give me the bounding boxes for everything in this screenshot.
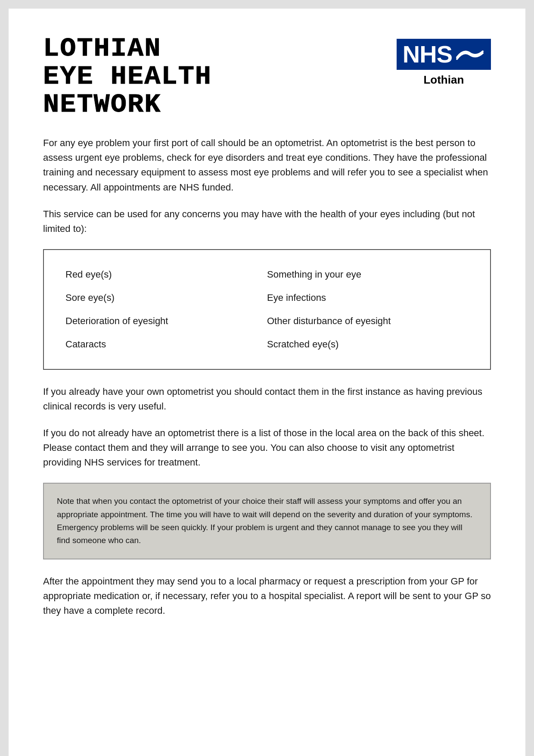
- org-title-line1: LOTHIAN: [43, 34, 212, 62]
- condition-item-eye-infections: Eye infections: [267, 286, 469, 309]
- condition-item-red-eye: Red eye(s): [65, 263, 267, 286]
- note-box: Note that when you contact the optometri…: [43, 483, 491, 559]
- condition-item-cataracts: Cataracts: [65, 333, 267, 356]
- condition-item-deterioration: Deterioration of eyesight: [65, 309, 267, 333]
- condition-item-something-in-eye: Something in your eye: [267, 263, 469, 286]
- lothian-label: Lothian: [423, 73, 464, 87]
- org-title-line3: NETWORK: [43, 91, 212, 119]
- nhs-logo: NHS Lothian: [397, 39, 491, 87]
- header: LOTHIAN EYE HEALTH NETWORK NHS Lothian: [43, 34, 491, 119]
- paragraph-after-appointment: After the appointment they may send you …: [43, 574, 491, 618]
- nhs-swoosh-icon: [455, 48, 485, 61]
- org-title: LOTHIAN EYE HEALTH NETWORK: [43, 34, 212, 119]
- paragraph-own-optometrist: If you already have your own optometrist…: [43, 384, 491, 414]
- condition-item-sore-eye: Sore eye(s): [65, 286, 267, 309]
- conditions-grid: Red eye(s) Something in your eye Sore ey…: [65, 263, 469, 356]
- conditions-box: Red eye(s) Something in your eye Sore ey…: [43, 249, 491, 370]
- intro-paragraph-1: For any eye problem your first port of c…: [43, 136, 491, 194]
- note-text: Note that when you contact the optometri…: [57, 495, 477, 547]
- condition-item-other-disturbance: Other disturbance of eyesight: [267, 309, 469, 333]
- org-title-line2: EYE HEALTH: [43, 62, 212, 91]
- condition-item-scratched-eye: Scratched eye(s): [267, 333, 469, 356]
- intro-paragraph-2: This service can be used for any concern…: [43, 207, 491, 236]
- nhs-logo-box: NHS: [397, 39, 491, 70]
- nhs-label: NHS: [403, 42, 452, 66]
- page: LOTHIAN EYE HEALTH NETWORK NHS Lothian F…: [9, 9, 525, 756]
- paragraph-no-optometrist: If you do not already have an optometris…: [43, 426, 491, 470]
